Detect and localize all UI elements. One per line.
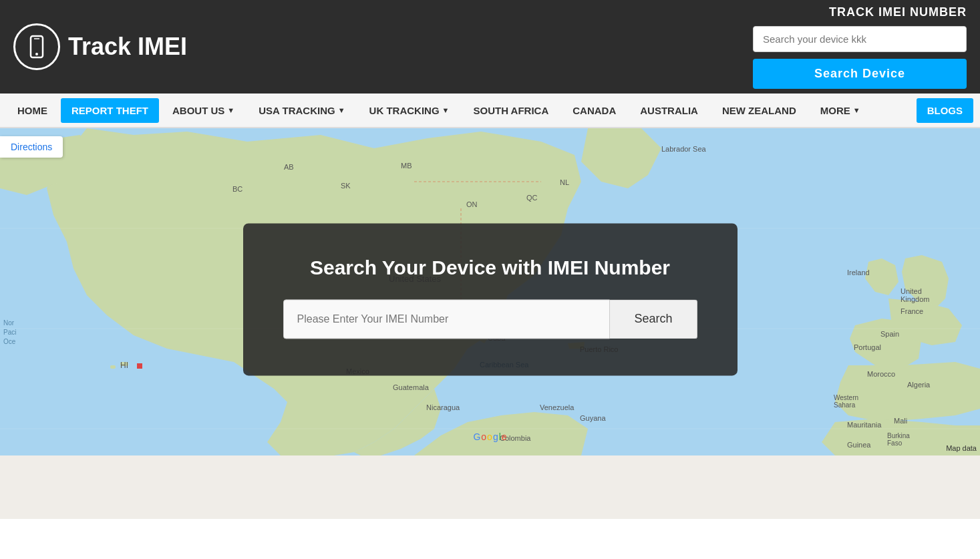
svg-rect-5 [110, 365, 116, 369]
nav-item-uk-tracking[interactable]: UK TRACKING ▼ [359, 98, 460, 123]
nav-item-usa-tracking[interactable]: USA TRACKING ▼ [248, 98, 355, 123]
directions-tooltip[interactable]: Directions [0, 136, 63, 158]
navbar: HOME REPORT THEFT ABOUT US ▼ USA TRACKIN… [0, 94, 980, 128]
nav-item-australia[interactable]: AUSTRALIA [629, 98, 709, 123]
nav-item-about-us[interactable]: ABOUT US ▼ [162, 98, 245, 123]
search-device-button[interactable]: Search Device [753, 59, 967, 89]
hi-marker [137, 363, 142, 369]
nav-item-canada[interactable]: CANADA [562, 98, 627, 123]
logo-icon [13, 23, 60, 70]
header: Track IMEI TRACK IMEI NUMBER Search Devi… [0, 0, 980, 94]
directions-label: Directions [11, 142, 52, 152]
uk-tracking-dropdown-icon: ▼ [442, 106, 450, 114]
nav-item-blogs[interactable]: BLOGS [917, 98, 973, 123]
logo-area: Track IMEI [13, 23, 187, 70]
search-device-input[interactable] [753, 26, 967, 52]
overlay-title: Search Your Device with IMEI Number [310, 256, 670, 279]
svg-rect-4 [120, 362, 128, 366]
more-dropdown-icon: ▼ [853, 106, 860, 114]
track-imei-label: TRACK IMEI NUMBER [829, 5, 967, 19]
google-watermark: G o o g l e [473, 431, 506, 442]
imei-input[interactable] [283, 299, 611, 339]
about-us-dropdown-icon: ▼ [227, 106, 234, 114]
nav-item-home[interactable]: HOME [7, 98, 58, 123]
nav-item-new-zealand[interactable]: NEW ZEALAND [711, 98, 807, 123]
svg-point-1 [35, 53, 38, 55]
nav-item-report-theft[interactable]: REPORT THEFT [61, 98, 159, 123]
nav-item-more[interactable]: MORE ▼ [810, 98, 871, 123]
usa-tracking-dropdown-icon: ▼ [338, 106, 345, 114]
footer [0, 455, 980, 519]
logo-text: Track IMEI [68, 33, 187, 61]
header-right: TRACK IMEI NUMBER Search Device [753, 5, 967, 89]
map-container: Labrador Sea AB MB BC SK NL ON QC United… [0, 128, 980, 455]
nav-item-south-africa[interactable]: SOUTH AFRICA [462, 98, 559, 123]
search-overlay: Search Your Device with IMEI Number Sear… [243, 223, 738, 375]
overlay-search-row: Search [283, 299, 697, 339]
overlay-search-button[interactable]: Search [610, 299, 697, 339]
map-data-text: Map data [946, 444, 977, 452]
